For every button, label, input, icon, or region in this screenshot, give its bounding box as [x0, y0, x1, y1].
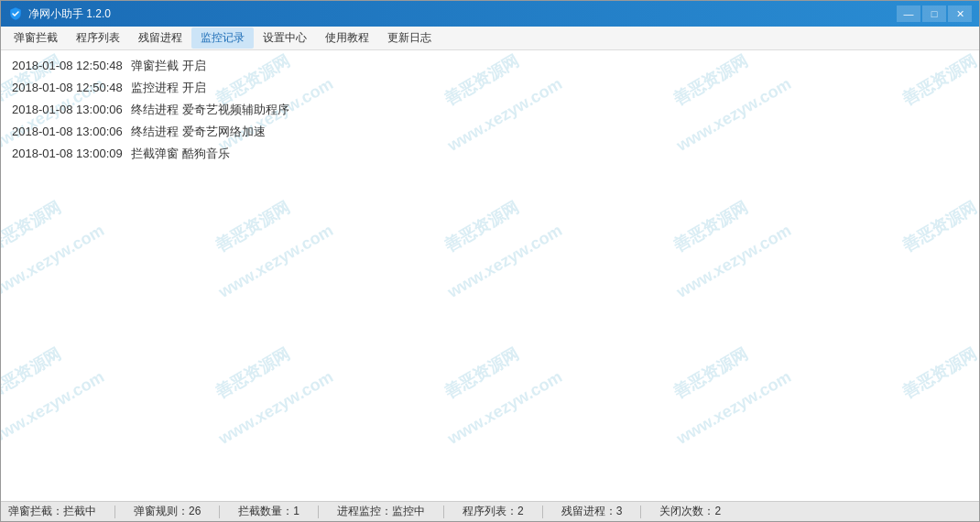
status-sep-2 [318, 506, 319, 518]
watermark-17: 善恶资源网 [898, 196, 979, 256]
watermark-13: 善恶资源网 [441, 196, 523, 256]
log-action-0: 弹窗拦截 开启 [131, 58, 206, 74]
watermark-18: 善恶资源网 [1, 343, 65, 403]
main-window: 净网小助手 1.2.0 — □ ✕ 弹窗拦截程序列表残留进程监控记录设置中心使用… [0, 0, 980, 522]
log-time-2: 2018-01-08 13:00:06 [12, 103, 131, 116]
status-item-residual: 残留进程：3 [561, 504, 623, 519]
menu-bar: 弹窗拦截程序列表残留进程监控记录设置中心使用教程更新日志 [1, 27, 979, 50]
content-area: 善恶资源网www.xezyw.com善恶资源网www.xezyw.com善恶资源… [1, 50, 979, 501]
watermark-16: www.xezyw.com [673, 221, 794, 302]
status-sep-3 [443, 506, 444, 518]
watermark-12: www.xezyw.com [215, 221, 336, 302]
watermark-15: 善恶资源网 [670, 196, 752, 256]
log-entry-1: 2018-01-08 12:50:48监控进程 开启 [12, 80, 968, 96]
log-entry-0: 2018-01-08 12:50:48弹窗拦截 开启 [12, 58, 968, 74]
menu-item-settings[interactable]: 设置中心 [254, 27, 316, 49]
watermark-14: www.xezyw.com [444, 221, 565, 302]
watermark-19: www.xezyw.com [1, 367, 108, 449]
status-item-process-monitor: 进程监控：监控中 [337, 504, 425, 519]
status-sep-5 [640, 506, 641, 518]
menu-item-tutorial[interactable]: 使用教程 [316, 27, 378, 49]
watermark-23: www.xezyw.com [444, 367, 565, 449]
menu-item-process-list[interactable]: 程序列表 [67, 27, 129, 49]
log-time-3: 2018-01-08 13:00:06 [12, 125, 131, 138]
status-item-popup-rules: 弹窗规则：26 [134, 504, 201, 519]
window-controls: — □ ✕ [897, 5, 972, 22]
watermark-26: 善恶资源网 [898, 343, 979, 403]
status-item-process-list: 程序列表：2 [463, 504, 524, 519]
watermark-25: www.xezyw.com [673, 367, 794, 449]
log-action-3: 终结进程 爱奇艺网络加速 [131, 124, 266, 140]
watermark-20: 善恶资源网 [212, 343, 294, 403]
watermark-22: 善恶资源网 [441, 343, 523, 403]
watermark-9: 善恶资源网 [1, 196, 65, 256]
log-action-4: 拦截弹窗 酷狗音乐 [131, 146, 230, 162]
minimize-button[interactable]: — [897, 5, 920, 22]
log-entry-2: 2018-01-08 13:00:06终结进程 爱奇艺视频辅助程序 [12, 102, 968, 118]
log-action-1: 监控进程 开启 [131, 80, 206, 96]
close-button[interactable]: ✕ [948, 5, 972, 22]
app-icon [8, 6, 23, 21]
watermark-24: 善恶资源网 [670, 343, 752, 403]
status-sep-0 [114, 506, 115, 518]
restore-button[interactable]: □ [922, 5, 946, 22]
watermark-11: 善恶资源网 [212, 196, 294, 256]
menu-item-monitor-log[interactable]: 监控记录 [191, 27, 254, 49]
menu-item-popup-block[interactable]: 弹窗拦截 [5, 27, 67, 49]
log-time-0: 2018-01-08 12:50:48 [12, 59, 131, 72]
log-time-1: 2018-01-08 12:50:48 [12, 81, 131, 94]
watermark-10: www.xezyw.com [1, 221, 108, 302]
log-entry-4: 2018-01-08 13:00:09拦截弹窗 酷狗音乐 [12, 146, 968, 162]
status-item-popup-block: 弹窗拦截：拦截中 [8, 504, 96, 519]
title-bar: 净网小助手 1.2.0 — □ ✕ [1, 1, 979, 27]
status-sep-1 [219, 506, 220, 518]
log-list: 2018-01-08 12:50:48弹窗拦截 开启2018-01-08 12:… [1, 50, 979, 175]
log-time-4: 2018-01-08 13:00:09 [12, 147, 131, 160]
status-sep-4 [542, 506, 543, 518]
log-action-2: 终结进程 爱奇艺视频辅助程序 [131, 102, 289, 118]
window-title: 净网小助手 1.2.0 [28, 6, 897, 22]
log-entry-3: 2018-01-08 13:00:06终结进程 爱奇艺网络加速 [12, 124, 968, 140]
status-item-block-count: 拦截数量：1 [238, 504, 299, 519]
watermark-21: www.xezyw.com [215, 367, 336, 449]
menu-item-changelog[interactable]: 更新日志 [378, 27, 441, 49]
status-item-close-count: 关闭次数：2 [659, 504, 721, 519]
status-bar: 弹窗拦截：拦截中弹窗规则：26拦截数量：1进程监控：监控中程序列表：2残留进程：… [1, 501, 979, 521]
menu-item-residual-process[interactable]: 残留进程 [129, 27, 191, 49]
